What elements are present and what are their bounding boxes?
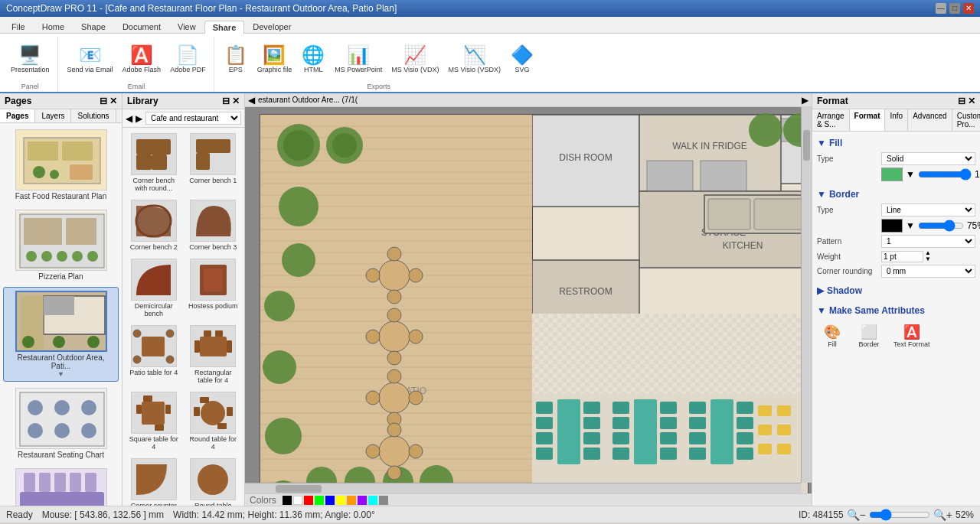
svg-button[interactable]: 🔷 SVG: [507, 44, 537, 75]
zoom-out-icon[interactable]: 🔍−: [847, 509, 866, 521]
maximize-button[interactable]: □: [949, 3, 960, 14]
adobe-pdf-button[interactable]: 📄 Adobe PDF: [167, 44, 209, 75]
border-color-arrow[interactable]: ▼: [906, 220, 915, 231]
library-prev-button[interactable]: ◀: [126, 113, 132, 124]
tab-share[interactable]: Share: [204, 21, 245, 34]
ms-visio-vsdx-button[interactable]: 📉 MS Visio (VSDX): [446, 44, 504, 75]
make-same-border-icon: ⬜: [861, 324, 877, 340]
make-same-text-button[interactable]: 🅰️ Text Format: [890, 321, 933, 351]
format-controls[interactable]: ⊟ ✕: [958, 96, 975, 106]
eps-button[interactable]: 📋 EPS: [220, 44, 251, 75]
vertical-scrollbar[interactable]: [801, 107, 812, 483]
color-swatch-cyan[interactable]: [368, 496, 377, 505]
fill-color-swatch[interactable]: [881, 168, 903, 181]
library-next-button[interactable]: ▶: [136, 113, 142, 124]
color-swatch-orange[interactable]: [347, 496, 356, 505]
border-weight-input[interactable]: [881, 251, 923, 262]
color-swatch-black[interactable]: [283, 496, 292, 505]
graphic-file-button[interactable]: 🖼️ Graphic file: [254, 44, 296, 75]
horizontal-scrollbar[interactable]: [245, 483, 801, 493]
canvas-nav-next[interactable]: ▶: [802, 95, 808, 106]
window-controls[interactable]: — □ ✕: [936, 3, 974, 14]
page-item-outdoor[interactable]: Restaurant Outdoor Area, Pati... ▼: [3, 287, 119, 382]
tab-shape[interactable]: Shape: [73, 20, 114, 33]
border-weight-down[interactable]: ▼: [925, 256, 931, 262]
make-same-fill-button[interactable]: 🎨 Fill: [817, 321, 848, 351]
fill-color-arrow[interactable]: ▼: [906, 169, 915, 180]
color-swatch-purple[interactable]: [358, 496, 367, 505]
canvas-scroll[interactable]: DISH ROOM WALK IN FRIDGE STORAGE RESTROO…: [245, 107, 812, 493]
tab-pages[interactable]: Pages: [0, 109, 35, 122]
lib-item-round-table-4[interactable]: Round table for 4: [185, 389, 242, 453]
horizontal-scrollbar-thumb[interactable]: [276, 485, 322, 493]
color-swatch-blue[interactable]: [325, 496, 335, 505]
color-swatch-green[interactable]: [315, 496, 324, 505]
html-button[interactable]: 🌐 HTML: [298, 44, 328, 75]
adobe-flash-button[interactable]: 🅰️ Adobe Flash: [119, 44, 165, 75]
ms-powerpoint-button[interactable]: 📊 MS PowerPoint: [332, 44, 385, 75]
canvas-nav-prev[interactable]: ◀: [248, 95, 255, 106]
lib-item-corner-bench-3[interactable]: Corner bench 3: [185, 197, 242, 253]
lib-item-corner-counter[interactable]: Corner counter: [126, 456, 182, 506]
tab-solutions[interactable]: Solutions: [71, 109, 116, 122]
tab-format[interactable]: Format: [850, 109, 886, 131]
svg-rect-54: [227, 340, 232, 353]
send-email-button[interactable]: 📧 Send via Email: [64, 44, 116, 75]
lib-item-square-table-4[interactable]: Square table for 4: [126, 389, 182, 453]
border-section-header[interactable]: ▼ Border: [817, 187, 975, 201]
fill-section-header[interactable]: ▼ Fill: [817, 136, 975, 150]
svg-point-51: [166, 356, 174, 363]
page-item-pizzeria[interactable]: Pizzeria Plan: [3, 207, 119, 284]
lib-item-corner-bench-1[interactable]: Corner bench 1: [185, 131, 242, 194]
page-thumbnail-fast-food: [15, 129, 107, 190]
tab-home[interactable]: Home: [34, 20, 73, 33]
library-dropdown[interactable]: Cafe and restaurant: [145, 112, 241, 125]
tab-view[interactable]: View: [169, 20, 204, 33]
color-swatch-yellow[interactable]: [336, 496, 345, 505]
tab-document[interactable]: Document: [114, 20, 169, 33]
color-swatch-white[interactable]: [293, 496, 302, 505]
lib-item-round-table[interactable]: Round table: [185, 456, 242, 506]
tab-custom[interactable]: Custom Pro...: [952, 109, 980, 131]
pages-controls[interactable]: ⊟ ✕: [100, 96, 117, 106]
page-item-fast-food[interactable]: Fast Food Restaurant Plan: [3, 126, 119, 203]
tab-info[interactable]: Info: [885, 109, 908, 131]
lib-item-rectangular-table-4[interactable]: Rectangular table for 4: [185, 323, 242, 386]
library-controls[interactable]: ⊟ ✕: [222, 96, 240, 106]
lib-item-corner-bench-round[interactable]: Corner bench with round...: [126, 131, 182, 194]
ms-visio-vdx-button[interactable]: 📈 MS Visio (VDX): [388, 44, 442, 75]
svg-point-169: [379, 436, 410, 467]
tab-developer[interactable]: Developer: [244, 20, 299, 33]
make-same-section-header[interactable]: ▼ Make Same Attributes: [817, 304, 975, 317]
lib-item-patio-table-4[interactable]: Patio table for 4: [126, 323, 182, 386]
border-type-select[interactable]: Line: [881, 203, 975, 216]
tab-arrange[interactable]: Arrange & S...: [812, 109, 850, 131]
svg-text:DISH ROOM: DISH ROOM: [559, 152, 612, 163]
page-item-bar[interactable]: The Full-Service Bar: [3, 465, 119, 506]
svg-rect-6: [70, 164, 93, 180]
svg-point-139: [283, 130, 314, 161]
zoom-slider[interactable]: [869, 509, 930, 521]
border-color-swatch[interactable]: [881, 219, 903, 233]
lib-item-hostess-podium[interactable]: Hostess podium: [185, 256, 242, 320]
vertical-scrollbar-thumb[interactable]: [803, 130, 810, 161]
border-corner-select[interactable]: 0 mm: [881, 265, 975, 278]
border-opacity-slider[interactable]: [918, 220, 964, 232]
border-pattern-select[interactable]: 1: [881, 235, 975, 248]
fill-opacity-slider[interactable]: [918, 168, 972, 181]
presentation-button[interactable]: 🖥️ Presentation: [8, 44, 53, 75]
shadow-section-header[interactable]: ▶ Shadow: [817, 284, 975, 298]
tab-file[interactable]: File: [3, 20, 34, 33]
lib-item-corner-bench-2[interactable]: Corner bench 2: [126, 197, 182, 253]
lib-item-demicircular-bench[interactable]: Demicircular bench: [126, 256, 182, 320]
color-swatch-red[interactable]: [304, 496, 313, 505]
page-item-seating[interactable]: Restaurant Seating Chart: [3, 385, 119, 462]
tab-advanced[interactable]: Advanced: [908, 109, 952, 131]
make-same-border-button[interactable]: ⬜ Border: [854, 321, 884, 351]
zoom-in-icon[interactable]: 🔍+: [933, 509, 952, 521]
fill-type-select[interactable]: Solid: [881, 152, 975, 165]
close-button[interactable]: ✕: [963, 3, 974, 14]
color-swatch-gray[interactable]: [379, 496, 388, 505]
minimize-button[interactable]: —: [936, 3, 946, 14]
tab-layers[interactable]: Layers: [35, 109, 71, 122]
